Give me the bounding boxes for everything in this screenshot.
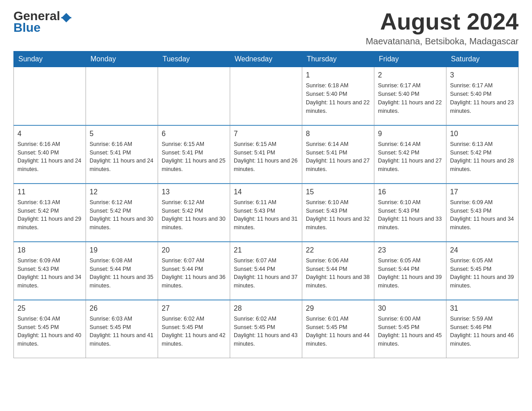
calendar-week-2: 4Sunrise: 6:16 AM Sunset: 5:40 PM Daylig… — [14, 125, 519, 184]
day-number: 1 — [306, 70, 370, 80]
calendar-cell: 22Sunrise: 6:06 AM Sunset: 5:44 PM Dayli… — [302, 242, 374, 300]
day-number: 5 — [90, 128, 154, 139]
day-info: Sunrise: 6:14 AM Sunset: 5:41 PM Dayligh… — [306, 140, 370, 174]
calendar-cell: 13Sunrise: 6:12 AM Sunset: 5:42 PM Dayli… — [158, 184, 230, 242]
day-number: 4 — [17, 128, 82, 139]
calendar-cell: 19Sunrise: 6:08 AM Sunset: 5:44 PM Dayli… — [86, 242, 158, 300]
day-header-sunday: Sunday — [14, 51, 86, 67]
day-number: 18 — [17, 245, 82, 255]
day-number: 26 — [90, 303, 154, 313]
day-info: Sunrise: 6:08 AM Sunset: 5:44 PM Dayligh… — [90, 257, 154, 290]
day-number: 27 — [162, 303, 226, 313]
calendar-week-1: 1Sunrise: 6:18 AM Sunset: 5:40 PM Daylig… — [14, 67, 519, 125]
calendar-cell: 15Sunrise: 6:10 AM Sunset: 5:43 PM Dayli… — [302, 184, 374, 242]
day-info: Sunrise: 6:05 AM Sunset: 5:44 PM Dayligh… — [378, 257, 442, 290]
day-number: 8 — [306, 128, 370, 139]
calendar-cell: 16Sunrise: 6:10 AM Sunset: 5:43 PM Dayli… — [374, 184, 446, 242]
calendar-cell — [230, 67, 302, 125]
day-number: 14 — [234, 187, 298, 197]
calendar-week-3: 11Sunrise: 6:13 AM Sunset: 5:42 PM Dayli… — [14, 184, 519, 242]
calendar-cell: 4Sunrise: 6:16 AM Sunset: 5:40 PM Daylig… — [14, 125, 86, 184]
day-info: Sunrise: 6:04 AM Sunset: 5:45 PM Dayligh… — [17, 315, 82, 348]
day-number: 9 — [378, 128, 442, 139]
calendar-week-5: 25Sunrise: 6:04 AM Sunset: 5:45 PM Dayli… — [14, 300, 519, 358]
day-info: Sunrise: 6:15 AM Sunset: 5:41 PM Dayligh… — [162, 140, 226, 174]
calendar-cell — [158, 67, 230, 125]
day-number: 25 — [17, 303, 82, 313]
calendar-cell: 10Sunrise: 6:13 AM Sunset: 5:42 PM Dayli… — [446, 125, 519, 184]
calendar-cell: 12Sunrise: 6:12 AM Sunset: 5:42 PM Dayli… — [86, 184, 158, 242]
calendar-cell: 3Sunrise: 6:17 AM Sunset: 5:40 PM Daylig… — [446, 67, 519, 125]
day-info: Sunrise: 6:10 AM Sunset: 5:43 PM Dayligh… — [306, 198, 370, 232]
calendar-cell: 2Sunrise: 6:17 AM Sunset: 5:40 PM Daylig… — [374, 67, 446, 125]
day-number: 16 — [378, 187, 442, 197]
calendar-cell: 29Sunrise: 6:01 AM Sunset: 5:45 PM Dayli… — [302, 300, 374, 358]
calendar-cell: 9Sunrise: 6:14 AM Sunset: 5:42 PM Daylig… — [374, 125, 446, 184]
calendar-cell: 30Sunrise: 6:00 AM Sunset: 5:45 PM Dayli… — [374, 300, 446, 358]
calendar-cell: 18Sunrise: 6:09 AM Sunset: 5:43 PM Dayli… — [14, 242, 86, 300]
calendar-header-row: SundayMondayTuesdayWednesdayThursdayFrid… — [14, 51, 519, 67]
day-number: 31 — [450, 303, 515, 313]
day-info: Sunrise: 6:17 AM Sunset: 5:40 PM Dayligh… — [450, 81, 515, 115]
calendar-cell: 21Sunrise: 6:07 AM Sunset: 5:44 PM Dayli… — [230, 242, 302, 300]
calendar-cell: 7Sunrise: 6:15 AM Sunset: 5:41 PM Daylig… — [230, 125, 302, 184]
day-info: Sunrise: 6:17 AM Sunset: 5:40 PM Dayligh… — [378, 81, 442, 115]
day-info: Sunrise: 6:13 AM Sunset: 5:42 PM Dayligh… — [17, 198, 82, 232]
day-number: 28 — [234, 303, 298, 313]
logo: General Blue — [13, 9, 72, 35]
day-number: 19 — [90, 245, 154, 255]
day-header-wednesday: Wednesday — [230, 51, 302, 67]
calendar-cell: 23Sunrise: 6:05 AM Sunset: 5:44 PM Dayli… — [374, 242, 446, 300]
calendar-cell: 17Sunrise: 6:09 AM Sunset: 5:43 PM Dayli… — [446, 184, 519, 242]
day-info: Sunrise: 6:07 AM Sunset: 5:44 PM Dayligh… — [234, 257, 298, 290]
day-info: Sunrise: 6:00 AM Sunset: 5:45 PM Dayligh… — [378, 315, 442, 348]
day-info: Sunrise: 6:12 AM Sunset: 5:42 PM Dayligh… — [90, 198, 154, 232]
day-info: Sunrise: 6:01 AM Sunset: 5:45 PM Dayligh… — [306, 315, 370, 348]
title-area: August 2024 Maevatanana, Betsiboka, Mada… — [366, 9, 519, 47]
day-info: Sunrise: 6:05 AM Sunset: 5:45 PM Dayligh… — [450, 257, 515, 290]
day-header-thursday: Thursday — [302, 51, 374, 67]
logo-blue-text: Blue — [13, 21, 41, 35]
calendar-cell: 31Sunrise: 5:59 AM Sunset: 5:46 PM Dayli… — [446, 300, 519, 358]
calendar-cell — [86, 67, 158, 125]
day-info: Sunrise: 6:16 AM Sunset: 5:41 PM Dayligh… — [90, 140, 154, 174]
calendar-cell: 26Sunrise: 6:03 AM Sunset: 5:45 PM Dayli… — [86, 300, 158, 358]
location-title: Maevatanana, Betsiboka, Madagascar — [366, 36, 519, 47]
day-number: 13 — [162, 187, 226, 197]
calendar-cell: 20Sunrise: 6:07 AM Sunset: 5:44 PM Dayli… — [158, 242, 230, 300]
day-number: 21 — [234, 245, 298, 255]
day-number: 2 — [378, 70, 442, 80]
calendar-cell: 28Sunrise: 6:02 AM Sunset: 5:45 PM Dayli… — [230, 300, 302, 358]
day-number: 20 — [162, 245, 226, 255]
month-title: August 2024 — [366, 9, 519, 34]
day-info: Sunrise: 6:16 AM Sunset: 5:40 PM Dayligh… — [17, 140, 82, 174]
day-number: 6 — [162, 128, 226, 139]
day-info: Sunrise: 5:59 AM Sunset: 5:46 PM Dayligh… — [450, 315, 515, 348]
day-info: Sunrise: 6:10 AM Sunset: 5:43 PM Dayligh… — [378, 198, 442, 232]
day-info: Sunrise: 6:14 AM Sunset: 5:42 PM Dayligh… — [378, 140, 442, 174]
day-info: Sunrise: 6:11 AM Sunset: 5:43 PM Dayligh… — [234, 198, 298, 232]
day-number: 24 — [450, 245, 515, 255]
calendar-cell: 6Sunrise: 6:15 AM Sunset: 5:41 PM Daylig… — [158, 125, 230, 184]
day-info: Sunrise: 6:02 AM Sunset: 5:45 PM Dayligh… — [162, 315, 226, 348]
day-info: Sunrise: 6:07 AM Sunset: 5:44 PM Dayligh… — [162, 257, 226, 290]
day-number: 23 — [378, 245, 442, 255]
day-info: Sunrise: 6:06 AM Sunset: 5:44 PM Dayligh… — [306, 257, 370, 290]
day-number: 17 — [450, 187, 515, 197]
day-number: 10 — [450, 128, 515, 139]
day-number: 29 — [306, 303, 370, 313]
header: General Blue August 2024 Maevatanana, Be… — [13, 9, 519, 47]
day-info: Sunrise: 6:13 AM Sunset: 5:42 PM Dayligh… — [450, 140, 515, 174]
calendar-cell: 27Sunrise: 6:02 AM Sunset: 5:45 PM Dayli… — [158, 300, 230, 358]
calendar-cell — [14, 67, 86, 125]
day-info: Sunrise: 6:03 AM Sunset: 5:45 PM Dayligh… — [90, 315, 154, 348]
day-number: 11 — [17, 187, 82, 197]
day-info: Sunrise: 6:18 AM Sunset: 5:40 PM Dayligh… — [306, 81, 370, 115]
day-number: 30 — [378, 303, 442, 313]
calendar-cell: 1Sunrise: 6:18 AM Sunset: 5:40 PM Daylig… — [302, 67, 374, 125]
day-number: 12 — [90, 187, 154, 197]
calendar-week-4: 18Sunrise: 6:09 AM Sunset: 5:43 PM Dayli… — [14, 242, 519, 300]
day-info: Sunrise: 6:15 AM Sunset: 5:41 PM Dayligh… — [234, 140, 298, 174]
day-header-saturday: Saturday — [446, 51, 519, 67]
day-header-friday: Friday — [374, 51, 446, 67]
